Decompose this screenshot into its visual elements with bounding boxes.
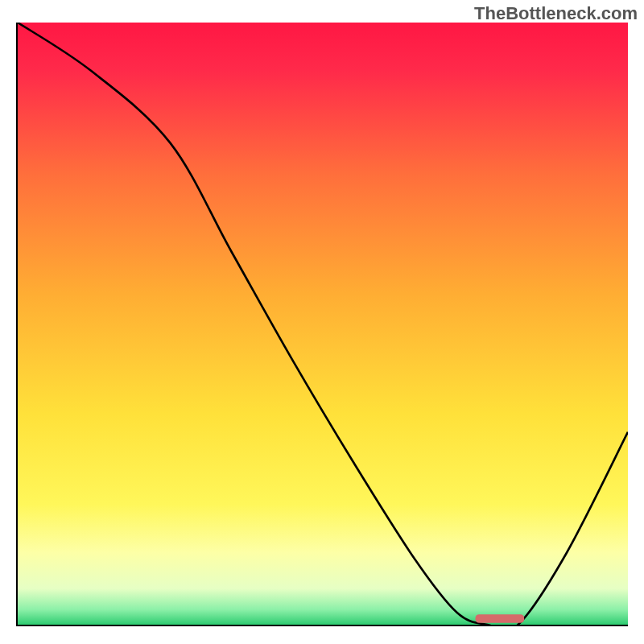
watermark-text: TheBottleneck.com bbox=[474, 3, 638, 24]
optimal-range-marker bbox=[476, 614, 525, 622]
bottleneck-line bbox=[18, 23, 628, 625]
chart-curve-layer bbox=[18, 23, 628, 625]
chart-plot-area bbox=[16, 23, 628, 626]
